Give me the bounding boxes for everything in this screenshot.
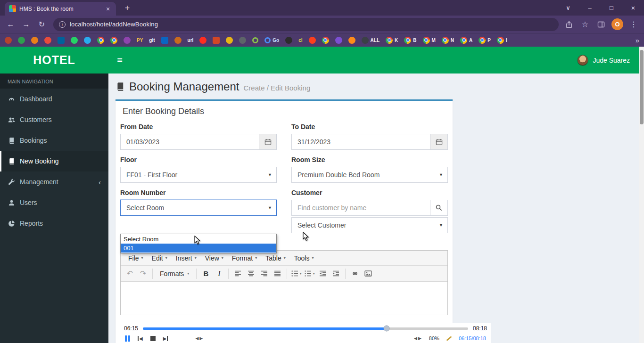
editor-menu-insert[interactable]: Insert▾	[172, 253, 201, 264]
bookmarks-overflow-icon[interactable]: »	[636, 36, 639, 44]
bookmark-item[interactable]	[309, 37, 316, 44]
customer-select[interactable]: Select Customer ▼	[291, 217, 448, 233]
browser-tab[interactable]: HMS : Book the room ×	[5, 2, 116, 16]
bookmark-item[interactable]	[226, 37, 233, 44]
hamburger-menu-icon[interactable]: ≡	[108, 47, 131, 74]
search-icon[interactable]	[430, 200, 448, 216]
room-size-select[interactable]: Premium Double Bed Room ▼	[291, 167, 448, 183]
undo-icon[interactable]: ↶	[124, 268, 136, 280]
bookmark-item[interactable]	[110, 37, 117, 44]
bookmark-star-icon[interactable]: ☆	[579, 19, 591, 30]
editor-menu-view[interactable]: View▾	[201, 253, 228, 264]
pen-tool-icon[interactable]	[446, 336, 452, 341]
numbered-list-icon[interactable]: ▾	[303, 268, 316, 280]
bookmark-item[interactable]: B	[404, 37, 416, 44]
editor-content-area[interactable]	[121, 282, 447, 315]
bold-icon[interactable]: B	[199, 268, 212, 280]
bookmark-item[interactable]	[239, 37, 246, 44]
customer-search-input[interactable]	[291, 200, 430, 216]
bookmark-item[interactable]	[84, 37, 91, 44]
bookmark-item[interactable]: cl	[298, 38, 302, 43]
link-icon[interactable]	[348, 268, 361, 280]
forward-icon[interactable]: →	[19, 17, 33, 31]
sidebar-item-users[interactable]: Users	[0, 192, 108, 213]
redo-icon[interactable]: ↷	[137, 268, 149, 280]
bookmark-item[interactable]	[71, 37, 78, 44]
skip-to-start-icon[interactable]: ◀	[138, 336, 143, 341]
indent-icon[interactable]	[330, 268, 342, 280]
align-right-icon[interactable]	[258, 268, 271, 280]
scrollbar-thumb[interactable]	[640, 50, 644, 124]
bookmark-item[interactable]	[322, 37, 329, 44]
sidebar-item-bookings[interactable]: Bookings	[0, 130, 108, 151]
seek-bar-handle[interactable]	[384, 326, 390, 332]
from-date-input[interactable]	[120, 134, 259, 150]
bookmark-item[interactable]	[44, 37, 51, 44]
site-info-icon[interactable]: i	[59, 21, 66, 28]
bookmark-item[interactable]: P	[479, 37, 491, 44]
calendar-icon[interactable]	[430, 134, 448, 150]
sidebar-item-management[interactable]: Management ‹	[0, 172, 108, 192]
bullet-list-icon[interactable]: ▾	[290, 268, 303, 280]
maximize-icon[interactable]: □	[601, 0, 622, 16]
bookmark-item[interactable]	[252, 37, 258, 43]
frame-step-icon[interactable]: ◀▶	[195, 336, 204, 341]
bookmark-item[interactable]: M	[423, 37, 436, 44]
align-left-icon[interactable]	[231, 268, 244, 280]
editor-menu-edit[interactable]: Edit▾	[148, 253, 172, 264]
zoom-level[interactable]: 80%	[429, 335, 439, 341]
bookmark-item[interactable]: ALL	[362, 37, 380, 44]
frame-step-icon[interactable]: ◀▶	[414, 336, 422, 341]
bookmark-item[interactable]	[161, 37, 168, 44]
side-panel-icon[interactable]	[595, 19, 607, 30]
bookmark-item[interactable]: url	[188, 38, 194, 43]
bookmark-item[interactable]	[213, 37, 220, 44]
minimize-icon[interactable]: –	[579, 0, 601, 16]
align-justify-icon[interactable]	[271, 268, 284, 280]
back-icon[interactable]: ←	[4, 17, 17, 31]
bookmark-item[interactable]	[199, 37, 206, 44]
bookmark-item[interactable]: PY	[137, 38, 143, 43]
editor-menu-table[interactable]: Table▾	[261, 253, 289, 264]
bookmark-item[interactable]: K	[386, 37, 398, 44]
align-center-icon[interactable]	[245, 268, 257, 280]
outdent-icon[interactable]	[316, 268, 329, 280]
bookmark-item[interactable]	[285, 37, 292, 44]
reload-icon[interactable]: ↻	[35, 17, 49, 31]
bookmark-item[interactable]: git	[149, 38, 155, 43]
tab-close-icon[interactable]: ×	[104, 5, 112, 13]
brand-logo[interactable]: HOTEL	[0, 47, 108, 74]
bookmark-item[interactable]	[174, 37, 182, 44]
to-date-input[interactable]	[291, 134, 430, 150]
bookmark-item[interactable]	[31, 37, 38, 44]
share-icon[interactable]	[563, 19, 575, 30]
bookmark-item[interactable]: Go	[264, 37, 279, 43]
image-icon[interactable]	[362, 268, 374, 280]
editor-menu-file[interactable]: File▾	[124, 253, 148, 264]
bookmark-item[interactable]	[335, 37, 342, 44]
sidebar-item-reports[interactable]: Reports	[0, 213, 108, 234]
bookmark-item[interactable]	[124, 37, 131, 44]
formats-dropdown[interactable]: Formats▾	[156, 268, 193, 280]
sidebar-item-customers[interactable]: Customers	[0, 109, 108, 130]
sidebar-item-new-booking[interactable]: New Booking	[0, 151, 108, 172]
bookmark-item[interactable]	[58, 37, 65, 44]
stop-icon[interactable]	[150, 336, 156, 341]
bookmark-item[interactable]	[97, 37, 104, 44]
url-field[interactable]: i localhost/hotel/addNewBooking	[53, 18, 559, 31]
bookmark-item[interactable]	[18, 37, 25, 44]
menu-dots-icon[interactable]: ⋮	[628, 19, 639, 30]
page-scrollbar[interactable]	[639, 47, 644, 343]
bookmark-item[interactable]: I	[497, 37, 507, 44]
editor-menu-tools[interactable]: Tools▾	[290, 253, 318, 264]
bookmark-item[interactable]: A	[460, 37, 472, 44]
editor-menu-format[interactable]: Format▾	[228, 253, 261, 264]
calendar-icon[interactable]	[259, 134, 277, 150]
bookmark-item[interactable]	[5, 37, 12, 44]
floor-select[interactable]: FF01 - First Floor ▼	[120, 167, 277, 183]
window-close-icon[interactable]: ×	[622, 0, 644, 16]
sidebar-item-dashboard[interactable]: Dashboard	[0, 89, 108, 109]
profile-avatar[interactable]: O	[611, 18, 623, 30]
user-menu[interactable]: Jude Suarez	[577, 55, 639, 66]
tab-search-icon[interactable]: ∨	[557, 0, 579, 16]
